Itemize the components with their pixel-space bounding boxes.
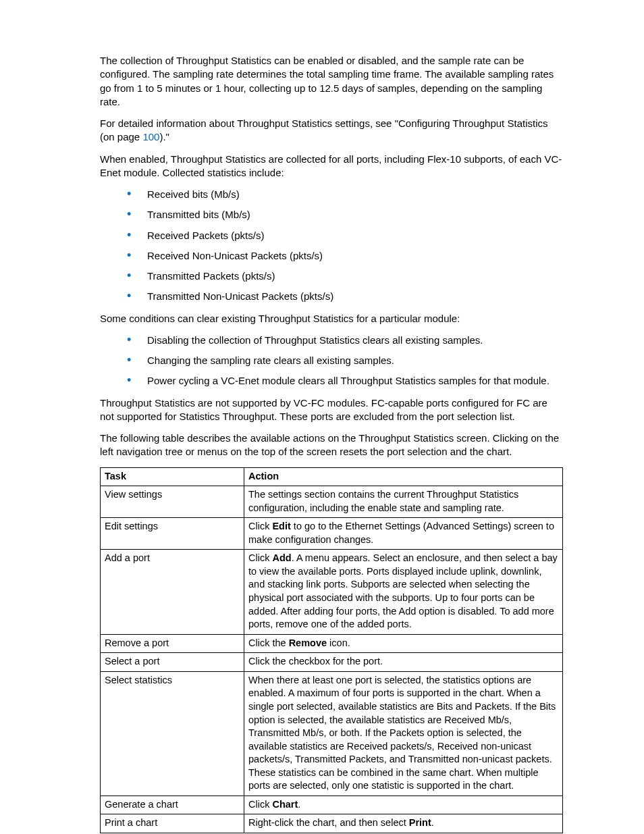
conditions-list: Disabling the collection of Throughput S…: [100, 334, 563, 388]
table-row: Generate a chartClick Chart.: [101, 796, 563, 814]
paragraph-conditions: Some conditions can clear existing Throu…: [100, 312, 563, 325]
task-cell: Select a port: [101, 653, 244, 672]
table-row: Select statisticsWhen there at least one…: [101, 671, 563, 796]
task-cell: Generate a chart: [101, 796, 244, 814]
stats-list: Received bits (Mb/s)Transmitted bits (Mb…: [100, 188, 563, 304]
paragraph-intro: The collection of Throughput Statistics …: [100, 54, 563, 109]
task-cell: View settings: [101, 486, 244, 518]
list-item: Changing the sampling rate clears all ex…: [100, 354, 563, 367]
list-item: Power cycling a VC-Enet module clears al…: [100, 374, 563, 388]
list-item: Received Packets (pkts/s): [100, 229, 563, 242]
list-item: Transmitted Packets (pkts/s): [100, 269, 563, 283]
table-row: Print a chartRight-click the chart, and …: [101, 814, 563, 833]
paragraph-unsupported: Throughput Statistics are not supported …: [100, 396, 563, 424]
paragraph-table-intro: The following table describes the availa…: [100, 432, 563, 459]
task-cell: Print a chart: [101, 814, 244, 833]
action-cell: Click the checkbox for the port.: [244, 653, 563, 672]
text: ).": [159, 131, 169, 142]
bold-term: Add: [272, 552, 291, 563]
action-cell: Click Add. A menu appears. Select an enc…: [244, 550, 563, 634]
list-item: Transmitted bits (Mb/s): [100, 208, 563, 221]
bold-term: Chart: [272, 799, 298, 810]
task-cell: Select statistics: [101, 671, 244, 796]
table-row: Select a portClick the checkbox for the …: [101, 653, 563, 672]
table-row: Remove a portClick the Remove icon.: [101, 634, 563, 653]
list-item: Transmitted Non-Unicast Packets (pkts/s): [100, 290, 563, 303]
list-item: Received bits (Mb/s): [100, 188, 563, 201]
table-row: Edit settingsClick Edit to go to the Eth…: [101, 518, 563, 550]
bold-term: Remove: [289, 637, 327, 648]
list-item: Received Non-Unicast Packets (pkts/s): [100, 249, 563, 263]
paragraph-enabled: When enabled, Throughput Statistics are …: [100, 153, 563, 180]
column-header-action: Action: [244, 467, 563, 486]
task-cell: Remove a port: [101, 634, 244, 653]
table-row: Add a portClick Add. A menu appears. Sel…: [101, 550, 563, 634]
action-cell: Click Chart.: [244, 796, 563, 814]
column-header-task: Task: [101, 467, 244, 486]
table-row: View settingsThe settings section contai…: [101, 486, 563, 518]
actions-table: Task Action View settingsThe settings se…: [100, 467, 563, 834]
page-link[interactable]: 100: [142, 131, 159, 142]
action-cell: The settings section contains the curren…: [244, 486, 563, 518]
task-cell: Edit settings: [101, 518, 244, 550]
list-item: Disabling the collection of Throughput S…: [100, 334, 563, 347]
action-cell: Right-click the chart, and then select P…: [244, 814, 563, 833]
action-cell: Click Edit to go to the Ethernet Setting…: [244, 518, 563, 550]
task-cell: Add a port: [101, 550, 244, 634]
bold-term: Print: [409, 817, 431, 828]
bold-term: Edit: [272, 521, 290, 531]
action-cell: When there at least one port is selected…: [244, 671, 563, 796]
paragraph-see-also: For detailed information about Throughpu…: [100, 117, 563, 145]
action-cell: Click the Remove icon.: [244, 634, 563, 653]
